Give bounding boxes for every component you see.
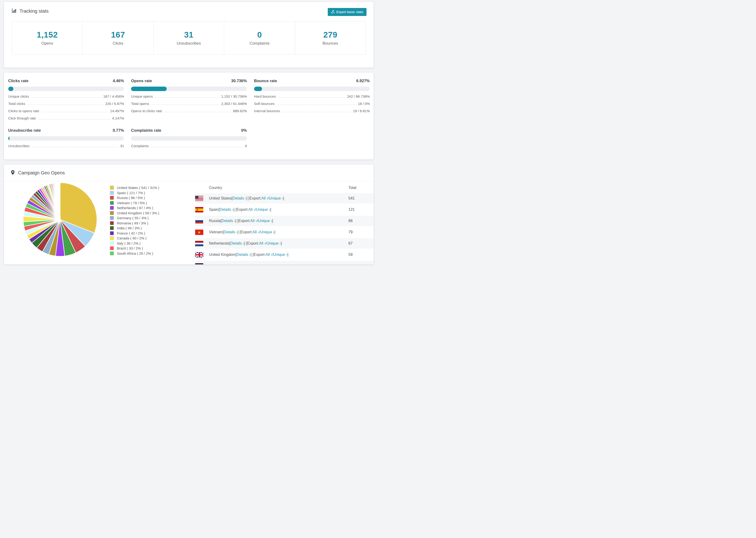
details-link[interactable]: Details › bbox=[225, 264, 239, 265]
rate-head: Opens rate30.736% bbox=[131, 79, 247, 83]
export-basic-stats-button[interactable]: Export basic stats bbox=[328, 8, 366, 16]
legend-item-united-states[interactable]: United States ( 541 / 31% ) bbox=[110, 185, 159, 190]
stat-value: 167 bbox=[111, 30, 125, 39]
details-link[interactable]: Details › bbox=[220, 207, 233, 212]
country-cell: Netherlands [Details ›] [Export: All › /… bbox=[195, 241, 349, 246]
export-unique-link[interactable]: Unique › bbox=[266, 241, 281, 245]
export-all-link[interactable]: All › bbox=[248, 207, 255, 212]
table-row-gb: United Kingdom [Details ›] [Export: All … bbox=[195, 249, 374, 260]
legend-swatch bbox=[110, 191, 114, 195]
dotted-leader bbox=[27, 105, 104, 105]
ru-flag-icon bbox=[195, 218, 203, 224]
legend-item-south-africa[interactable]: South Africa ( 29 / 2% ) bbox=[110, 251, 159, 256]
rate-row: Internal bounces19 / 6.81% bbox=[254, 109, 370, 113]
country-cell: Vietnam [Details ›] [Export: All › / Uni… bbox=[195, 230, 349, 235]
legend-item-russia[interactable]: Russia ( 86 / 5% ) bbox=[110, 195, 159, 200]
export-all-link[interactable]: All › bbox=[259, 241, 266, 245]
dotted-leader bbox=[38, 119, 111, 120]
bracket: ] [Export: bbox=[239, 264, 254, 265]
legend-label: United States ( 541 / 31% ) bbox=[117, 186, 159, 190]
legend-item-germany[interactable]: Germany ( 55 / 3% ) bbox=[110, 215, 159, 221]
legend-label: United Kingdom ( 59 / 3% ) bbox=[117, 211, 159, 215]
export-unique-link[interactable]: Unique › bbox=[262, 264, 276, 265]
legend-item-united-kingdom[interactable]: United Kingdom ( 59 / 3% ) bbox=[110, 211, 159, 216]
table-row-us: United States [Details ›] [Export: All ›… bbox=[195, 193, 374, 204]
rate-row-value: 2,303 / 61.446% bbox=[221, 102, 247, 106]
table-row-de: Germany [Details ›] [Export: All › / Uni… bbox=[195, 260, 374, 265]
rate-row-label: Soft bounces bbox=[254, 102, 275, 106]
legend-item-italy[interactable]: Italy ( 36 / 2% ) bbox=[110, 241, 159, 246]
rate-progress-track bbox=[131, 86, 247, 91]
rate-row-value: 242 / 86.738% bbox=[347, 94, 370, 98]
rate-row-value: 19 / 6.81% bbox=[353, 109, 370, 113]
total-cell: 59 bbox=[349, 252, 374, 257]
us-flag-icon bbox=[195, 196, 203, 201]
tracking-stats-header: Tracking stats Export basic stats bbox=[4, 2, 374, 16]
legend-label: Brazil ( 33 / 2% ) bbox=[117, 246, 143, 250]
legend-label: Canada ( 40 / 2% ) bbox=[117, 236, 146, 240]
country-name: Netherlands bbox=[209, 241, 229, 245]
details-link[interactable]: Details › bbox=[237, 252, 250, 257]
bracket: ] [Export: bbox=[244, 241, 259, 245]
legend-label: Spain ( 121 / 7% ) bbox=[117, 191, 145, 195]
export-all-link[interactable]: All › bbox=[261, 196, 268, 200]
export-unique-link[interactable]: Unique › bbox=[256, 207, 270, 212]
details-link[interactable]: Details › bbox=[230, 241, 244, 245]
rate-row-value: 1,152 / 30.736% bbox=[221, 94, 247, 98]
rate-row-label: Click through rate bbox=[8, 116, 36, 120]
rate-row-value: 0 bbox=[245, 144, 247, 148]
total-column-header: Total bbox=[349, 186, 374, 190]
rate-progress-track bbox=[254, 86, 370, 91]
total-cell: 79 bbox=[349, 230, 374, 234]
legend-swatch bbox=[110, 241, 114, 245]
dotted-leader bbox=[282, 112, 351, 112]
rate-progress-fill bbox=[254, 86, 262, 91]
rate-row: Total clicks220 / 5.87% bbox=[8, 102, 124, 106]
legend-item-spain[interactable]: Spain ( 121 / 7% ) bbox=[110, 190, 159, 195]
export-unique-link[interactable]: Unique › bbox=[258, 219, 272, 223]
country-cell: United Kingdom [Details ›] [Export: All … bbox=[195, 252, 349, 257]
rate-row-label: Unique opens bbox=[131, 94, 153, 98]
stat-label: Clicks bbox=[113, 41, 123, 46]
bracket: ] bbox=[287, 252, 288, 257]
rate-rows: Hard bounces242 / 86.738%Soft bounces18 … bbox=[254, 94, 370, 113]
rate-block-complaints-rate: Complaints rate0%Complaints0 bbox=[131, 128, 247, 148]
legend-item-romania[interactable]: Romania ( 49 / 3% ) bbox=[110, 221, 159, 226]
details-link[interactable]: Details › bbox=[224, 230, 238, 234]
legend-label: Romania ( 49 / 3% ) bbox=[117, 221, 148, 225]
legend-item-france[interactable]: France ( 42 / 2% ) bbox=[110, 231, 159, 236]
table-row-es: Spain [Details ›] [Export: All › / Uniqu… bbox=[195, 204, 374, 215]
stat-value: 31 bbox=[184, 30, 193, 39]
geo-opens-pie-chart bbox=[23, 182, 98, 257]
export-all-link[interactable]: All › bbox=[266, 252, 272, 257]
campaign-geo-opens-card: Campaign Geo Opens United States ( 541 /… bbox=[4, 164, 374, 265]
rate-head: Complaints rate0% bbox=[131, 128, 247, 133]
legend-item-vietnam[interactable]: Vietnam ( 79 / 5% ) bbox=[110, 200, 159, 206]
legend-item-canada[interactable]: Canada ( 40 / 2% ) bbox=[110, 236, 159, 241]
export-all-link[interactable]: All › bbox=[254, 264, 261, 265]
rate-progress-fill bbox=[8, 136, 9, 140]
legend-item-brazil[interactable]: Brazil ( 33 / 2% ) bbox=[110, 246, 159, 251]
stat-cell-unsubscribes: 31Unsubscribes bbox=[153, 21, 224, 54]
country-name: Vietnam bbox=[209, 230, 223, 234]
legend-item-india[interactable]: India ( 46 / 3% ) bbox=[110, 226, 159, 231]
dotted-leader bbox=[164, 112, 231, 112]
rate-row-value: 167 / 4.456% bbox=[103, 94, 124, 98]
dotted-leader bbox=[277, 105, 356, 105]
export-all-link[interactable]: All › bbox=[253, 230, 259, 234]
total-cell: 86 bbox=[349, 219, 374, 223]
export-unique-link[interactable]: Unique › bbox=[269, 196, 283, 200]
geo-table: Country Total United States [Details ›] … bbox=[195, 183, 374, 265]
rate-row: Total opens2,303 / 61.446% bbox=[131, 102, 247, 106]
table-row-nl: Netherlands [Details ›] [Export: All › /… bbox=[195, 238, 374, 249]
summary-stats-row: 1,152Opens167Clicks31Unsubscribes0Compla… bbox=[12, 21, 366, 55]
rate-block-opens-rate: Opens rate30.736%Unique opens1,152 / 30.… bbox=[131, 79, 247, 120]
details-link[interactable]: Details › bbox=[233, 196, 246, 200]
geo-header: Campaign Geo Opens bbox=[4, 165, 374, 182]
export-unique-link[interactable]: Unique › bbox=[273, 252, 287, 257]
bracket: ] [Export: bbox=[250, 252, 266, 257]
details-link[interactable]: Details › bbox=[221, 219, 235, 223]
export-all-link[interactable]: All › bbox=[250, 219, 257, 223]
legend-item-netherlands[interactable]: Netherlands ( 67 / 4% ) bbox=[110, 205, 159, 211]
export-unique-link[interactable]: Unique › bbox=[260, 230, 274, 234]
